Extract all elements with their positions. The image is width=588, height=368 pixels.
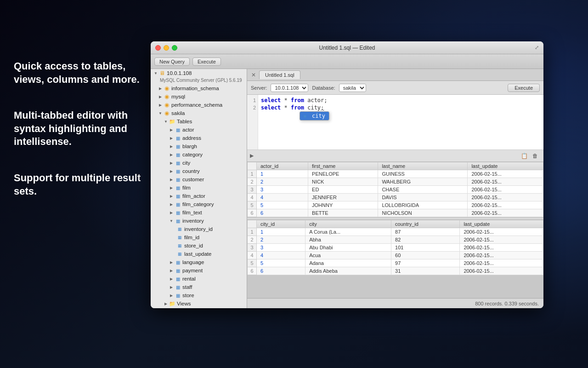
execute-toolbar-button[interactable]: Execute <box>192 58 221 66</box>
new-query-button[interactable]: New Query <box>154 58 190 66</box>
autocomplete-dropdown[interactable]: ▦ city <box>300 111 329 121</box>
line-num-1: 1 <box>247 97 256 104</box>
table-label: inventory <box>182 218 204 224</box>
folder-label: Views <box>177 301 191 306</box>
table-row: 5 5 Adana 97 2006-02-15... <box>248 259 543 267</box>
sidebar-col-last-update[interactable]: ▦ last_update <box>151 250 247 258</box>
sidebar-item-country[interactable]: ▶ ▦ country <box>151 167 247 175</box>
keyword-from2: from <box>291 104 304 111</box>
cell-first-name: ED <box>308 186 378 194</box>
sidebar-item-payment[interactable]: ▶ ▦ payment <box>151 266 247 275</box>
feature-3: Support for multiple result sets. <box>14 172 149 198</box>
cell-last-update: 2006-02-15... <box>460 259 543 267</box>
expand-icon[interactable]: ⤢ <box>535 45 539 51</box>
close-button[interactable] <box>155 45 161 51</box>
server-name: 10.0.1.108 <box>167 70 192 76</box>
sidebar-item-mysql[interactable]: ▶ ◉ mysql <box>151 92 247 101</box>
table-row: 2 2 NICK WAHLBERG 2006-02-15... <box>248 178 543 186</box>
col-header-last-name: last_name <box>378 162 468 170</box>
db-icon: ◉ <box>164 93 170 100</box>
sidebar-item-film-category[interactable]: ▶ ▦ film_category <box>151 200 247 208</box>
table-label: category <box>182 152 203 157</box>
result-table-actor: actor_id first_name last_name last_updat… <box>247 162 543 217</box>
row-num: 3 <box>248 244 257 252</box>
keyword-from: from <box>291 97 304 104</box>
sidebar-item-staff[interactable]: ▶ ▦ staff <box>151 283 247 291</box>
sidebar-item-performance-schema[interactable]: ▶ ◉ performance_schema <box>151 101 247 109</box>
server-version: MySQL Community Server (GPL) 5.6.19 <box>151 77 247 84</box>
cell-first-name: BETTE <box>308 209 378 217</box>
status-text: 800 records. 0.339 seconds. <box>475 301 539 306</box>
table-label: film_category <box>182 201 214 207</box>
row-num: 6 <box>248 267 257 275</box>
sidebar-item-film-text[interactable]: ▶ ▦ film_text <box>151 208 247 217</box>
sidebar-item-information-schema[interactable]: ▶ ◉ information_schema <box>151 84 247 92</box>
row-num: 1 <box>248 228 257 236</box>
query-tab-1[interactable]: Untitled 1.sql <box>259 70 300 79</box>
export-icon[interactable]: 🗑 <box>531 151 540 161</box>
sidebar-item-views-folder[interactable]: ▶ 📁 Views <box>151 299 247 308</box>
table-label: country <box>182 168 200 174</box>
titlebar: Untitled 1.sql — Edited ⤢ <box>151 41 543 54</box>
sidebar-item-rental[interactable]: ▶ ▦ rental <box>151 275 247 283</box>
col-header-city-id: city_id <box>257 220 305 228</box>
sidebar-server[interactable]: ▼ 🖥 10.0.1.108 <box>151 69 247 77</box>
db-label: sakila <box>171 110 185 116</box>
play-icon[interactable]: ▶ <box>250 153 254 159</box>
main-window: Untitled 1.sql — Edited ⤢ New Query Exec… <box>151 41 543 308</box>
sidebar-item-city[interactable]: ▶ ▦ city <box>151 159 247 167</box>
table-icon: ▦ <box>175 143 181 150</box>
sidebar-col-inventory-id[interactable]: ▦ inventory_id <box>151 225 247 233</box>
table-arrow: ▶ <box>169 161 174 165</box>
editor-execute-button[interactable]: Execute <box>508 84 540 92</box>
cell-city-id: 6 <box>257 267 305 275</box>
feature-3-title: Support for multiple result sets. <box>14 172 149 198</box>
cell-last-update: 2006-02-15... <box>460 267 543 275</box>
autocomplete-item-city[interactable]: ▦ city <box>300 112 329 120</box>
sidebar-item-inventory[interactable]: ▼ ▦ inventory <box>151 217 247 225</box>
cell-last-name: DAVIS <box>378 194 468 201</box>
sidebar-item-test[interactable]: ▶ ◉ test <box>151 308 247 308</box>
sidebar-col-film-id[interactable]: ▦ film_id <box>151 233 247 242</box>
copy-icon[interactable]: 📋 <box>520 151 529 161</box>
left-feature-panel: Quick access to tables, views, columns a… <box>14 60 149 221</box>
sidebar-item-actor[interactable]: ▶ ▦ actor <box>151 126 247 134</box>
db-label: mysql <box>171 94 185 99</box>
sidebar-item-blargh[interactable]: ▶ ▦ blargh <box>151 142 247 150</box>
sidebar-item-sakila[interactable]: ▼ ◉ sakila <box>151 109 247 117</box>
sidebar-col-store-id[interactable]: ▦ store_id <box>151 242 247 250</box>
status-bar: 800 records. 0.339 seconds. <box>247 298 543 308</box>
table-icon: ▦ <box>175 184 181 191</box>
sidebar-item-film[interactable]: ▶ ▦ film <box>151 184 247 192</box>
minimize-button[interactable] <box>164 45 169 51</box>
sql-editor[interactable]: 1 2 select * from actor; select * from <box>247 95 543 150</box>
sidebar-item-address[interactable]: ▶ ▦ address <box>151 134 247 142</box>
table-icon: ▦ <box>175 168 181 174</box>
sidebar-item-language[interactable]: ▶ ▦ language <box>151 258 247 266</box>
sql-content[interactable]: select * from actor; select * from city; <box>258 95 543 150</box>
sql-text: actor; <box>307 97 327 104</box>
sidebar-item-film-actor[interactable]: ▶ ▦ film_actor <box>151 192 247 200</box>
table-arrow: ▶ <box>169 152 174 157</box>
database-select[interactable]: sakila <box>339 84 366 92</box>
sql-line-2: select * from city; <box>261 104 541 111</box>
table-arrow: ▶ <box>169 202 174 207</box>
sidebar-item-customer[interactable]: ▶ ▦ customer <box>151 175 247 184</box>
server-select[interactable]: 10.0.1.108 <box>271 84 308 92</box>
table-arrow: ▶ <box>169 276 174 281</box>
server-label: Server: <box>251 85 267 91</box>
folder-icon: 📁 <box>169 118 175 125</box>
table-row: 6 6 BETTE NICHOLSON 2006-02-15... <box>248 209 543 217</box>
sidebar-item-category[interactable]: ▶ ▦ category <box>151 150 247 159</box>
server-arrow: ▼ <box>153 71 158 75</box>
close-tab-icon[interactable]: ✕ <box>250 71 257 79</box>
sql-text: * <box>284 104 291 111</box>
row-num: 4 <box>248 252 257 259</box>
sidebar-item-store[interactable]: ▶ ▦ store <box>151 291 247 299</box>
sidebar-item-tables-folder[interactable]: ▼ 📁 Tables <box>151 117 247 126</box>
maximize-button[interactable] <box>172 45 177 51</box>
db-arrow: ▶ <box>158 94 163 99</box>
cell-country-id: 101 <box>391 244 460 252</box>
cell-city: Adana <box>305 259 391 267</box>
cell-last-update: 2006-02-15... <box>468 201 543 209</box>
